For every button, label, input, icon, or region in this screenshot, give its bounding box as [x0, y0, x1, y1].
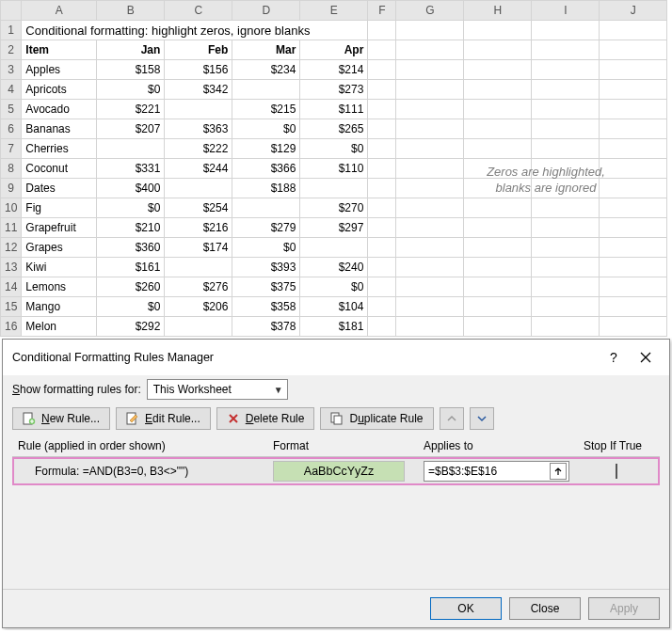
cell[interactable]: $0: [300, 277, 368, 297]
cell[interactable]: Bananas: [22, 119, 97, 139]
cell[interactable]: [368, 119, 396, 139]
cell[interactable]: [165, 100, 232, 119]
cell[interactable]: [368, 179, 396, 198]
cell[interactable]: [165, 317, 232, 337]
cell[interactable]: Coconut: [22, 159, 97, 179]
cell[interactable]: [464, 80, 532, 100]
row-header[interactable]: 10: [1, 198, 22, 218]
cell[interactable]: [464, 277, 532, 297]
cell[interactable]: [368, 317, 396, 337]
cell[interactable]: [165, 179, 232, 198]
row-header[interactable]: 7: [1, 139, 22, 159]
cell[interactable]: [396, 80, 464, 100]
cell[interactable]: $0: [232, 119, 300, 139]
cell[interactable]: $210: [97, 218, 165, 238]
rule-list-item[interactable]: Formula: =AND(B3=0, B3<>"") AaBbCcYyZz =…: [12, 457, 660, 485]
cell[interactable]: [464, 40, 532, 60]
title-cell[interactable]: Conditional formatting: highlight zeros,…: [22, 21, 368, 40]
cell[interactable]: [600, 198, 667, 218]
cell[interactable]: $297: [300, 218, 368, 238]
cell[interactable]: [396, 159, 464, 179]
delete-rule-button[interactable]: Delete Rule: [216, 407, 315, 430]
row-header[interactable]: 13: [1, 258, 22, 277]
cell[interactable]: [368, 238, 396, 258]
cell[interactable]: $260: [97, 277, 165, 297]
cell[interactable]: [368, 40, 396, 60]
cell[interactable]: Lemons: [22, 277, 97, 297]
cell[interactable]: $104: [300, 297, 368, 317]
cell[interactable]: Fig: [22, 198, 97, 218]
col-header[interactable]: D: [232, 1, 300, 21]
duplicate-rule-button[interactable]: Duplicate Rule: [320, 407, 433, 430]
cell[interactable]: $360: [97, 238, 165, 258]
cell[interactable]: [396, 100, 464, 119]
cell[interactable]: $358: [232, 297, 300, 317]
cell[interactable]: $0: [232, 238, 300, 258]
cell[interactable]: Mango: [22, 297, 97, 317]
cell[interactable]: $207: [97, 119, 165, 139]
col-header[interactable]: B: [97, 1, 165, 21]
edit-rule-button[interactable]: Edit Rule...: [116, 407, 211, 430]
cell[interactable]: Avocado: [22, 100, 97, 119]
cell[interactable]: [600, 297, 667, 317]
header-cell[interactable]: Item: [22, 40, 97, 60]
cell[interactable]: [464, 179, 532, 198]
cell[interactable]: $181: [300, 317, 368, 337]
cell[interactable]: $222: [165, 139, 232, 159]
cell[interactable]: [368, 100, 396, 119]
cell[interactable]: [464, 60, 532, 80]
col-header[interactable]: J: [600, 1, 667, 21]
cell[interactable]: [396, 317, 464, 337]
row-header[interactable]: 14: [1, 277, 22, 297]
cell[interactable]: [600, 139, 667, 159]
cell[interactable]: $216: [165, 218, 232, 238]
cell[interactable]: [600, 277, 667, 297]
cell[interactable]: [600, 80, 667, 100]
cell[interactable]: [165, 258, 232, 277]
cell[interactable]: $331: [97, 159, 165, 179]
cell[interactable]: $161: [97, 258, 165, 277]
cell[interactable]: [232, 80, 300, 100]
col-header[interactable]: G: [396, 1, 464, 21]
cell[interactable]: [464, 100, 532, 119]
col-header[interactable]: F: [368, 1, 396, 21]
cell[interactable]: $378: [232, 317, 300, 337]
cell[interactable]: [396, 60, 464, 80]
spreadsheet-grid[interactable]: A B C D E F G H I J 1 Conditional format…: [0, 0, 667, 337]
cell[interactable]: [464, 198, 532, 218]
cell[interactable]: [600, 218, 667, 238]
cell[interactable]: [396, 198, 464, 218]
cell[interactable]: $292: [97, 317, 165, 337]
cell[interactable]: $215: [232, 100, 300, 119]
close-button[interactable]: Close: [509, 597, 581, 620]
cell[interactable]: [464, 258, 532, 277]
row-header[interactable]: 1: [1, 21, 22, 40]
cell[interactable]: $366: [232, 159, 300, 179]
cell[interactable]: [368, 21, 396, 40]
cell[interactable]: [532, 297, 600, 317]
col-header[interactable]: E: [300, 1, 368, 21]
cell[interactable]: [532, 40, 600, 60]
cell[interactable]: [368, 277, 396, 297]
cell[interactable]: [97, 139, 165, 159]
cell[interactable]: [600, 179, 667, 198]
cell[interactable]: Apricots: [22, 80, 97, 100]
cell[interactable]: [600, 159, 667, 179]
cell[interactable]: [396, 40, 464, 60]
header-cell[interactable]: Apr: [300, 40, 368, 60]
cell[interactable]: [368, 218, 396, 238]
col-header[interactable]: H: [464, 1, 532, 21]
cell[interactable]: $110: [300, 159, 368, 179]
cell[interactable]: [368, 139, 396, 159]
cell[interactable]: [464, 119, 532, 139]
cell[interactable]: [532, 139, 600, 159]
cell[interactable]: [600, 60, 667, 80]
cell[interactable]: [464, 218, 532, 238]
cell[interactable]: [464, 238, 532, 258]
cell[interactable]: [368, 198, 396, 218]
cell[interactable]: [532, 159, 600, 179]
cell[interactable]: [396, 238, 464, 258]
help-button[interactable]: ?: [598, 347, 630, 368]
header-cell[interactable]: Jan: [97, 40, 165, 60]
move-up-button[interactable]: [440, 407, 464, 430]
